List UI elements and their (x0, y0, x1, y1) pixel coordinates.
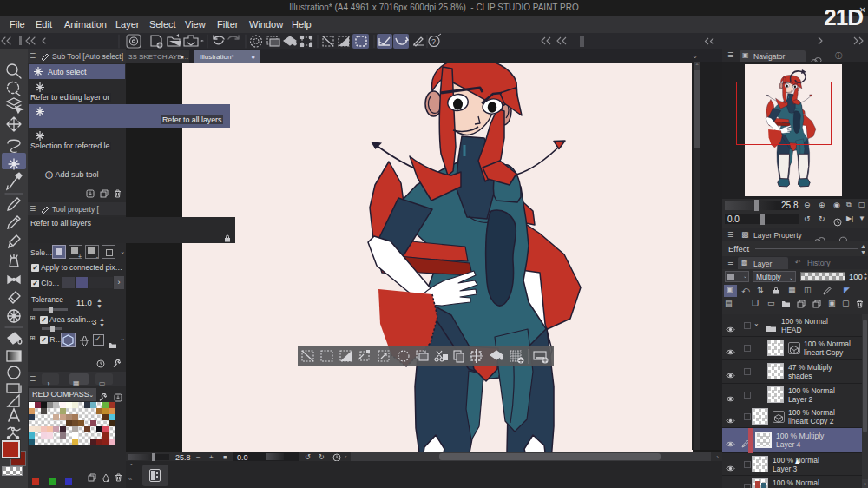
svg-text:?: ? (431, 37, 436, 46)
